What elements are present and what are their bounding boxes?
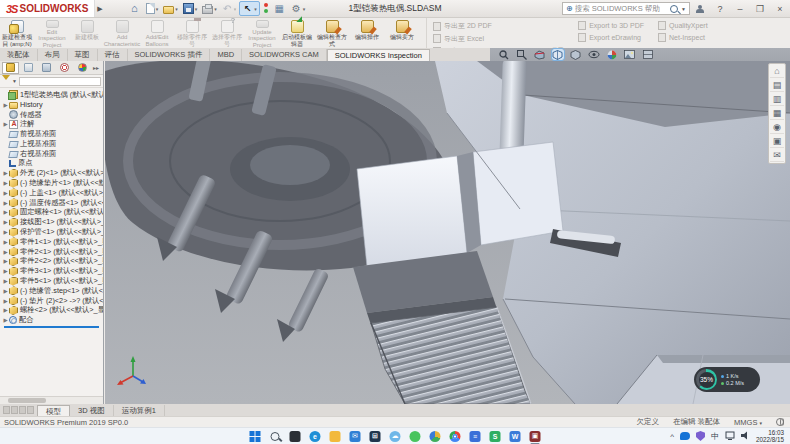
edge-icon[interactable]: e <box>309 430 322 443</box>
globe-icon[interactable] <box>776 418 784 426</box>
ribbon-button[interactable]: 启动模板编辑器 <box>280 18 315 48</box>
ribbon-button[interactable]: 新建模板 <box>70 18 105 48</box>
expand-arrow-icon[interactable]: ▶ <box>2 190 9 196</box>
tab-scroll-arrows[interactable] <box>0 406 37 414</box>
filter-input[interactable] <box>19 77 101 86</box>
design-library-icon[interactable]: ▤ <box>770 79 784 92</box>
tree-item[interactable]: ▶ 零件3<1> (默认<<默认>_显示状 <box>2 266 103 276</box>
expand-arrow-icon[interactable]: ▶ <box>2 307 9 313</box>
tree-item[interactable]: ▶ 保护管<1> (默认<<默认>_显示状 <box>2 227 103 237</box>
command-tab[interactable]: MBD <box>210 49 242 61</box>
search-icon[interactable] <box>670 5 678 13</box>
filter-funnel-icon[interactable] <box>2 75 10 84</box>
ime-indicator[interactable]: 中 <box>711 431 719 442</box>
mail-icon[interactable]: ✉ <box>349 430 362 443</box>
command-tab[interactable]: 布局 <box>38 49 68 61</box>
ribbon-button[interactable]: 编辑检查方式 <box>315 18 350 48</box>
tab-display-manager[interactable] <box>74 62 91 74</box>
app-s-icon[interactable]: S <box>489 430 502 443</box>
search-dropdown-icon[interactable]: ▼ <box>681 6 686 12</box>
quick-access-button[interactable]: ▾ <box>220 1 239 16</box>
tab-dimxpert-manager[interactable] <box>56 62 73 74</box>
net-speed-widget[interactable]: 35% 1 K/s 0.2 M/s <box>694 367 760 392</box>
ribbon-button[interactable]: Edit Inspection Project <box>35 18 70 48</box>
tree-item[interactable]: ▶ (-) 垫片 (2)<2> ->? (默认<<默认> <box>2 296 103 306</box>
task-view-icon[interactable] <box>289 430 302 443</box>
close-button[interactable]: × <box>770 1 790 16</box>
command-tab[interactable]: SOLIDWORKS Inspection <box>327 49 430 61</box>
export-button[interactable]: Export eDrawing <box>578 33 644 42</box>
tray-chevron-icon[interactable]: ^ <box>670 432 674 441</box>
menu-expand-arrow[interactable]: ▶ <box>97 5 102 13</box>
command-tab[interactable]: 草图 <box>68 49 98 61</box>
panel-tabs-overflow-icon[interactable]: ▸▸ <box>93 64 99 71</box>
tab-property-manager[interactable] <box>20 62 37 74</box>
graphics-area[interactable]: ⌂ ▤ ▥ ▦ ◉ ▣ ✉ <box>105 61 790 404</box>
ribbon-button[interactable]: 新建检查项目 (amp;N) <box>0 18 35 48</box>
quick-access-button[interactable]: ▾ <box>289 1 308 16</box>
tree-item[interactable]: 前视基准面 <box>2 129 103 139</box>
filter-dropdown-icon[interactable]: ▼ <box>12 78 17 84</box>
expand-arrow-icon[interactable]: ▶ <box>2 170 9 176</box>
command-tab[interactable]: SOLIDWORKS 插件 <box>128 49 211 61</box>
view-settings-icon[interactable] <box>642 49 654 60</box>
units-selector[interactable]: MMGS ▾ <box>734 418 762 427</box>
expand-arrow-icon[interactable]: ▶ <box>2 239 9 245</box>
expand-arrow-icon[interactable]: ▶ <box>2 121 9 127</box>
tree-item[interactable]: ▶ 零件5<1> (默认<<默认>_显示状 <box>2 276 103 286</box>
tree-item[interactable]: 上视基准面 <box>2 139 103 149</box>
tree-item[interactable]: ▶ 接线图<1> (默认<<默认>_显示状 <box>2 217 103 227</box>
section-view-icon[interactable] <box>534 49 546 60</box>
expand-arrow-icon[interactable]: ▶ <box>2 180 9 186</box>
custom-properties-icon[interactable]: ▣ <box>770 135 784 148</box>
expand-arrow-icon[interactable]: ▶ <box>2 288 9 294</box>
onedrive-tray-icon[interactable] <box>680 432 690 440</box>
onedrive-icon[interactable]: ☁ <box>389 430 402 443</box>
search-icon[interactable] <box>269 430 282 443</box>
store-icon[interactable]: ⊞ <box>369 430 382 443</box>
forum-icon[interactable]: ✉ <box>770 149 784 162</box>
browser-360-icon[interactable] <box>429 430 442 443</box>
wechat-icon[interactable] <box>409 430 422 443</box>
security-shield-icon[interactable] <box>696 431 705 441</box>
notes-icon[interactable]: ≡ <box>469 430 482 443</box>
scrollbar-thumb[interactable] <box>8 398 46 403</box>
solidworks-app-icon[interactable]: ▣ <box>529 430 542 443</box>
command-tab[interactable]: SOLIDWORKS CAM <box>242 49 327 61</box>
cad-model-thermocouple[interactable] <box>105 61 790 404</box>
expand-arrow-icon[interactable]: ▶ <box>2 298 9 304</box>
expand-arrow-icon[interactable]: ▶ <box>2 209 9 215</box>
document-tab[interactable]: 模型 <box>37 405 70 416</box>
wps-icon[interactable]: W <box>509 430 522 443</box>
tree-item[interactable]: ▶ 外壳 (2)<1> (默认<<默认>_显示状 <box>2 168 103 178</box>
ribbon-button[interactable]: Add/Edit Balloons <box>140 18 175 48</box>
apply-scene-icon[interactable] <box>624 49 636 60</box>
zoom-to-fit-icon[interactable] <box>498 49 510 60</box>
tree-item[interactable]: ▶ (-) 上盖<1> (默认<<默认>_显示状 <box>2 188 103 198</box>
tree-item[interactable]: ▶ History <box>2 100 103 110</box>
tree-item[interactable]: 传感器 <box>2 110 103 120</box>
ribbon-button[interactable]: Add Characteristic <box>105 18 140 48</box>
hide-show-items-icon[interactable] <box>588 49 600 60</box>
expand-arrow-icon[interactable]: ▶ <box>2 317 9 323</box>
quick-access-button[interactable]: ▾ <box>239 1 260 16</box>
view-orientation-icon[interactable] <box>552 49 564 60</box>
export-button[interactable]: Export to 3D PDF <box>578 21 644 30</box>
tree-root[interactable]: 1型铠装热电偶 (默认<默认_显示状态-1 <box>2 90 103 100</box>
display-style-icon[interactable] <box>570 49 582 60</box>
appearances-icon[interactable]: ◉ <box>770 121 784 134</box>
expand-arrow-icon[interactable]: ▶ <box>2 268 9 274</box>
clock[interactable]: 16:03 2022/8/15 <box>756 429 784 443</box>
quick-access-button[interactable]: ▾ <box>144 1 161 16</box>
document-tab[interactable]: 3D 视图 <box>70 405 114 416</box>
minimize-button[interactable]: – <box>730 1 750 16</box>
tree-item[interactable]: 右视基准面 <box>2 149 103 159</box>
tree-item[interactable]: 原点 <box>2 159 103 169</box>
tree-item[interactable]: ▶ 配合 <box>2 315 103 325</box>
ribbon-button[interactable]: Update Inspection Project <box>245 18 280 48</box>
quick-access-button[interactable]: ▾ <box>181 1 200 16</box>
export-button[interactable]: 导出至 Excel <box>433 34 564 44</box>
quick-access-button[interactable] <box>127 1 143 16</box>
volume-icon[interactable] <box>741 431 750 442</box>
quick-access-button[interactable] <box>261 1 271 16</box>
